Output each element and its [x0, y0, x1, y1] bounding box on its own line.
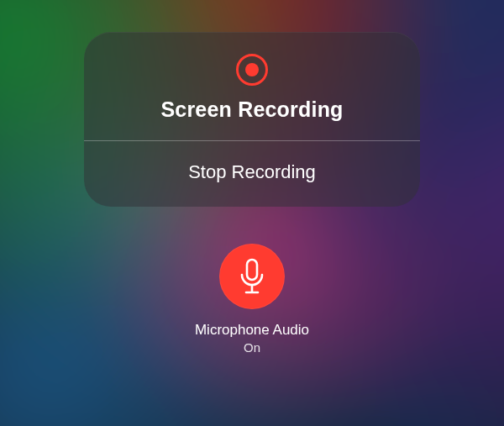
record-dot-icon — [245, 63, 259, 76]
microphone-state: On — [195, 339, 309, 356]
microphone-icon — [238, 258, 266, 295]
microphone-section: Microphone Audio On — [195, 244, 309, 356]
microphone-toggle-button[interactable] — [219, 244, 285, 309]
screen-recording-card: Screen Recording Stop Recording — [84, 32, 420, 207]
record-icon — [236, 54, 268, 86]
control-center-overlay: Screen Recording Stop Recording Micropho… — [0, 0, 504, 426]
microphone-label: Microphone Audio — [195, 321, 309, 339]
card-header: Screen Recording — [84, 32, 420, 140]
microphone-text: Microphone Audio On — [195, 321, 309, 356]
svg-rect-0 — [247, 260, 257, 280]
card-title: Screen Recording — [160, 97, 343, 122]
stop-recording-label: Stop Recording — [188, 161, 316, 182]
stop-recording-button[interactable]: Stop Recording — [84, 141, 420, 207]
